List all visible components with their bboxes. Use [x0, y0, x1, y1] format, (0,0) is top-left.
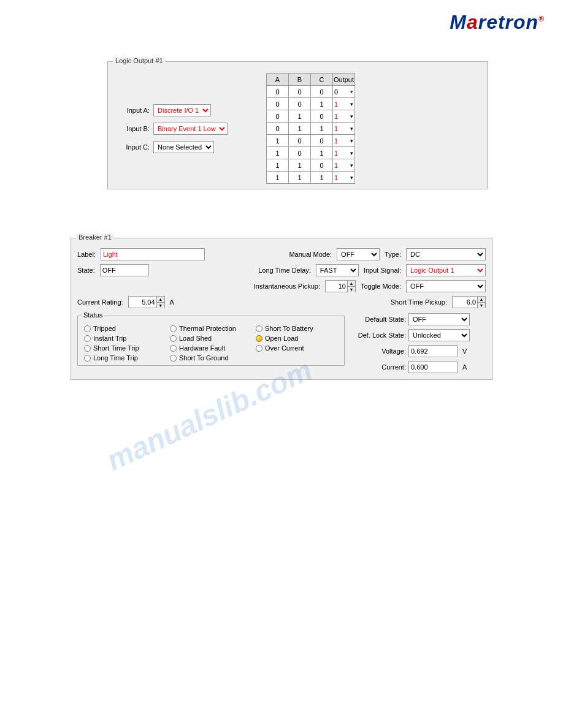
- short-time-pickup-down[interactable]: ▼: [478, 303, 485, 308]
- table-row: 010 1▾: [267, 110, 355, 123]
- inst-pickup-spinner[interactable]: ▲ ▼: [325, 280, 356, 292]
- manual-mode-label: Manual Mode:: [289, 251, 332, 258]
- table-row: 000 0▾: [267, 86, 355, 98]
- status-short-ground-label: Short To Ground: [179, 354, 229, 362]
- toggle-mode-label: Toggle Mode:: [361, 282, 401, 290]
- current-value: 0.600: [408, 361, 458, 373]
- inst-pickup-down[interactable]: ▼: [348, 287, 355, 292]
- inst-pickup-up[interactable]: ▲: [348, 281, 355, 287]
- radio-open-load[interactable]: [256, 335, 262, 342]
- logic-inputs-area: Input A: Discrete I/O 1 Input B: Binary …: [113, 73, 254, 184]
- radio-long-time-trip[interactable]: [84, 355, 91, 362]
- current-row: Current: 0.600 A: [351, 361, 486, 373]
- radio-load-shed[interactable]: [170, 335, 177, 342]
- status-short-time-trip-label: Short Time Trip: [93, 344, 139, 352]
- status-thermal-label: Thermal Protection: [179, 325, 236, 332]
- radio-instant-trip[interactable]: [84, 335, 91, 342]
- default-state-select[interactable]: OFF: [408, 313, 470, 325]
- status-thermal: Thermal Protection: [170, 325, 252, 332]
- default-state-row: Default State: OFF: [351, 313, 486, 325]
- radio-over-current[interactable]: [256, 345, 262, 352]
- table-row: 100 1▾: [267, 135, 355, 147]
- current-label: Current:: [351, 363, 406, 371]
- current-unit: A: [462, 363, 467, 371]
- logo-text: Maretron®: [450, 11, 545, 33]
- radio-tripped[interactable]: [84, 325, 91, 332]
- toggle-mode-select[interactable]: OFF: [406, 280, 486, 292]
- label-input[interactable]: [101, 248, 205, 260]
- status-group: Status Tripped Thermal Protection Short …: [77, 316, 345, 366]
- input-b-label: Input B:: [119, 125, 150, 132]
- current-rating-up[interactable]: ▲: [157, 297, 164, 303]
- status-long-time-trip: Long Time Trip: [84, 354, 166, 362]
- status-hardware-fault-label: Hardware Fault: [179, 344, 225, 352]
- logic-output-panel: Logic Output #1 Input A: Discrete I/O 1 …: [107, 61, 488, 189]
- state-label: State:: [77, 267, 95, 274]
- breaker-panel-title: Breaker #1: [76, 233, 114, 241]
- radio-short-time-trip[interactable]: [84, 345, 91, 352]
- def-lock-state-label: Def. Lock State:: [351, 332, 406, 339]
- current-rating-down[interactable]: ▼: [157, 303, 164, 308]
- voltage-row: Voltage: 0.692 V: [351, 345, 486, 357]
- table-row: 101 1▾: [267, 147, 355, 159]
- input-c-label: Input C:: [119, 143, 150, 151]
- status-load-shed: Load Shed: [170, 335, 252, 342]
- col-header-output: Output: [333, 74, 355, 86]
- input-b-select[interactable]: Binary Event 1 Low: [153, 123, 228, 135]
- logo-area: Maretron®: [450, 11, 545, 34]
- long-time-delay-select[interactable]: FAST: [316, 264, 359, 276]
- status-short-ground: Short To Ground: [170, 354, 252, 362]
- current-rating-buttons: ▲ ▼: [156, 297, 164, 308]
- input-a-label: Input A:: [119, 107, 150, 114]
- status-open-load-label: Open Load: [265, 335, 298, 342]
- input-a-row: Input A: Discrete I/O 1: [119, 104, 248, 116]
- label-field-label: Label:: [77, 251, 96, 258]
- voltage-unit: V: [462, 347, 467, 355]
- status-short-time-trip: Short Time Trip: [84, 344, 166, 352]
- table-row: 110 1▾: [267, 159, 355, 172]
- input-signal-select[interactable]: Logic Output 1: [406, 264, 486, 276]
- current-rating-label: Current Rating:: [77, 298, 123, 306]
- def-lock-state-select[interactable]: Unlocked: [408, 329, 470, 341]
- status-tripped-label: Tripped: [93, 325, 116, 332]
- status-open-load: Open Load: [256, 335, 338, 342]
- type-label: Type:: [385, 251, 401, 258]
- radio-short-battery[interactable]: [256, 325, 262, 332]
- input-c-row: Input C: None Selected: [119, 141, 248, 153]
- manual-mode-select[interactable]: OFF: [337, 248, 380, 260]
- status-load-shed-label: Load Shed: [179, 335, 212, 342]
- current-rating-value[interactable]: [129, 298, 156, 306]
- state-input: [100, 264, 149, 276]
- short-time-pickup-buttons: ▲ ▼: [477, 297, 485, 308]
- input-signal-label: Input Signal:: [364, 267, 401, 274]
- status-short-battery: Short To Battery: [256, 325, 338, 332]
- status-tripped: Tripped: [84, 325, 166, 332]
- logic-panel-title: Logic Output #1: [113, 57, 166, 64]
- status-over-current-label: Over Current: [265, 344, 304, 352]
- table-row: 011 1▾: [267, 123, 355, 135]
- table-row: 111 1▾: [267, 172, 355, 184]
- col-header-b: B: [289, 74, 311, 86]
- inst-pickup-value[interactable]: [326, 282, 347, 290]
- status-title: Status: [82, 311, 104, 319]
- def-lock-state-row: Def. Lock State: Unlocked: [351, 329, 486, 341]
- default-state-label: Default State:: [351, 316, 406, 323]
- radio-short-ground[interactable]: [170, 355, 177, 362]
- status-over-current: Over Current: [256, 344, 338, 352]
- voltage-label: Voltage:: [351, 347, 406, 355]
- status-grid: Tripped Thermal Protection Short To Batt…: [84, 325, 338, 362]
- input-b-row: Input B: Binary Event 1 Low: [119, 123, 248, 135]
- breaker-panel: Breaker #1 Label: Manual Mode: OFF Type:…: [71, 238, 492, 380]
- status-short-battery-label: Short To Battery: [265, 325, 313, 332]
- input-c-select[interactable]: None Selected: [153, 141, 214, 153]
- current-rating-spinner[interactable]: ▲ ▼: [128, 296, 165, 308]
- long-time-delay-label: Long Time Delay:: [258, 267, 311, 274]
- input-a-select[interactable]: Discrete I/O 1: [153, 104, 211, 116]
- status-instant-trip-label: Instant Trip: [93, 335, 126, 342]
- radio-thermal[interactable]: [170, 325, 177, 332]
- radio-hardware-fault[interactable]: [170, 345, 177, 352]
- type-select[interactable]: DC: [406, 248, 486, 260]
- short-time-pickup-spinner[interactable]: ▲ ▼: [452, 296, 486, 308]
- short-time-pickup-value[interactable]: [453, 298, 477, 306]
- short-time-pickup-up[interactable]: ▲: [478, 297, 485, 303]
